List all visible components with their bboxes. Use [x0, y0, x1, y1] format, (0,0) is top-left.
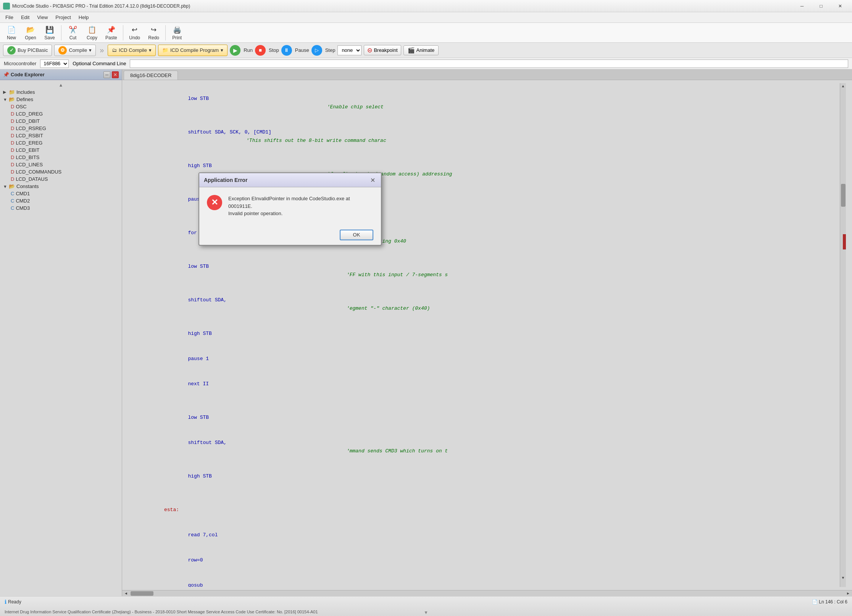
print-label: Print: [172, 35, 182, 40]
breakpoint-label: Breakpoint: [374, 47, 397, 53]
secondary-toolbar: ✓ Buy PICBasic ⚙ Compile ▾ » 🗂 ICD Compi…: [0, 43, 852, 58]
undo-icon: ↩: [129, 25, 140, 35]
compile-dropdown-arrow: ▾: [89, 47, 92, 53]
microcontroller-bar: Microcontroller 16F886 Optional Command …: [0, 58, 852, 69]
animate-icon: 🎬: [408, 47, 415, 54]
menu-view[interactable]: View: [33, 13, 52, 22]
stop-group: ■ Stop: [255, 45, 279, 56]
minimize-button[interactable]: ─: [793, 2, 811, 10]
pause-button[interactable]: ⏸: [281, 45, 292, 56]
dialog-message: Exception EInvalidPointer in module Code…: [228, 195, 350, 217]
save-label: Save: [44, 35, 55, 40]
dialog-overlay: Application Error ✕ ✕ Exception EInvalid…: [0, 69, 852, 596]
open-button[interactable]: 📂 Open: [21, 24, 40, 42]
icd-compile-dropdown-arrow: ▾: [149, 47, 152, 53]
cmd-line-input[interactable]: [130, 60, 848, 68]
print-button[interactable]: 🖨️ Print: [168, 24, 186, 42]
ready-icon: ℹ: [5, 599, 6, 605]
error-icon: ✕: [207, 195, 222, 210]
save-icon: 💾: [44, 25, 55, 35]
run-button[interactable]: ▶: [230, 45, 240, 56]
compile-button[interactable]: ⚙ Compile ▾: [54, 45, 96, 56]
dialog-message-line3: Invalid pointer operation.: [228, 210, 350, 217]
menu-bar: File Edit View Project Help: [0, 12, 852, 23]
dialog-close-button[interactable]: ✕: [369, 176, 376, 184]
dialog-message-line2: 0001911E.: [228, 203, 350, 210]
separator-2: [123, 25, 123, 40]
undo-label: Undo: [129, 35, 140, 40]
gear-icon: ⚙: [58, 46, 67, 55]
maximize-button[interactable]: □: [812, 2, 830, 10]
menu-project[interactable]: Project: [52, 13, 74, 22]
undo-button[interactable]: ↩ Undo: [126, 24, 144, 42]
buy-label: Buy PICBasic: [18, 47, 48, 53]
redo-button[interactable]: ↪ Redo: [145, 24, 163, 42]
dialog-ok-button[interactable]: OK: [340, 230, 373, 240]
save-button[interactable]: 💾 Save: [40, 24, 59, 42]
step-label: Step: [325, 47, 336, 53]
open-label: Open: [25, 35, 36, 40]
separator-1: [61, 25, 61, 40]
copy-button[interactable]: 📋 Copy: [83, 24, 101, 42]
copy-label: Copy: [87, 35, 97, 40]
separator-3: [165, 25, 166, 40]
dialog-message-line1: Exception EInvalidPointer in module Code…: [228, 195, 350, 203]
menu-help[interactable]: Help: [75, 13, 93, 22]
step-button[interactable]: ▷: [311, 45, 322, 56]
step-group: ▷ Step: [311, 45, 336, 56]
redo-icon: ↪: [148, 25, 159, 35]
microcontroller-select[interactable]: 16F886: [40, 60, 69, 68]
app-icon: [3, 3, 10, 10]
compile-label: Compile: [69, 47, 87, 53]
run-label: Run: [244, 47, 253, 53]
new-button[interactable]: 📄 New: [2, 24, 21, 42]
status-ready: ℹ Ready: [5, 599, 21, 605]
title-bar: MicroCode Studio - PICBASIC PRO - Trial …: [0, 0, 852, 12]
cut-icon: ✂️: [68, 25, 78, 35]
breakpoint-button[interactable]: ⊝ Breakpoint: [364, 45, 401, 55]
cmd-line-label: Optional Command Line: [73, 61, 126, 66]
open-icon: 📂: [25, 25, 36, 35]
dialog-titlebar: Application Error ✕: [199, 173, 381, 187]
run-group: ▶ Run: [230, 45, 253, 56]
new-icon: 📄: [6, 25, 17, 35]
error-dialog: Application Error ✕ ✕ Exception EInvalid…: [198, 172, 382, 246]
status-row-1: ℹ Ready 📄 Ln 146 : Col 6: [5, 599, 847, 605]
copy-icon: 📋: [87, 25, 97, 35]
menu-file[interactable]: File: [2, 13, 17, 22]
dialog-body: ✕ Exception EInvalidPointer in module Co…: [199, 187, 381, 225]
cut-button[interactable]: ✂️ Cut: [64, 24, 82, 42]
main-toolbar: 📄 New 📂 Open 💾 Save ✂️ Cut 📋 Copy 📌 Past…: [0, 23, 852, 43]
icd-compile-program-label: ICD Compile Program: [170, 47, 219, 53]
animate-button[interactable]: 🎬 Animate: [403, 45, 439, 55]
close-button[interactable]: ✕: [831, 2, 849, 10]
dialog-title: Application Error: [204, 177, 247, 183]
stop-button[interactable]: ■: [255, 45, 266, 56]
stop-label: Stop: [269, 47, 279, 53]
buy-picbasic-button[interactable]: ✓ Buy PICBasic: [3, 45, 52, 56]
icd-folder-icon: 🗂: [112, 47, 117, 53]
icd-compile-program-dropdown-arrow: ▾: [221, 47, 223, 53]
check-icon: ✓: [7, 46, 16, 55]
icd-compile-button[interactable]: 🗂 ICD Compile ▾: [108, 45, 156, 56]
position-text: 📄 Ln 146 : Col 6: [812, 599, 847, 605]
position-icon: 📄: [812, 599, 818, 605]
animate-label: Animate: [416, 47, 435, 53]
new-label: New: [7, 35, 16, 40]
window-title: MicroCode Studio - PICBASIC PRO - Trial …: [12, 3, 793, 9]
window-controls: ─ □ ✕: [793, 2, 849, 10]
microcontroller-label: Microcontroller: [4, 61, 36, 66]
dialog-footer: OK: [199, 225, 381, 245]
pause-group: ⏸ Pause: [281, 45, 309, 56]
none-dropdown[interactable]: none: [337, 45, 361, 55]
ready-text: Ready: [8, 599, 21, 605]
icd-compile-label: ICD Compile: [119, 47, 147, 53]
paste-button[interactable]: 📌 Paste: [102, 24, 121, 42]
cut-label: Cut: [69, 35, 77, 40]
print-icon: 🖨️: [172, 25, 182, 35]
menu-edit[interactable]: Edit: [17, 13, 33, 22]
icd-folder2-icon: 📁: [162, 47, 168, 53]
paste-label: Paste: [105, 35, 117, 40]
icd-compile-program-button[interactable]: 📁 ICD Compile Program ▾: [158, 45, 228, 56]
breakpoint-icon: ⊝: [367, 47, 372, 54]
